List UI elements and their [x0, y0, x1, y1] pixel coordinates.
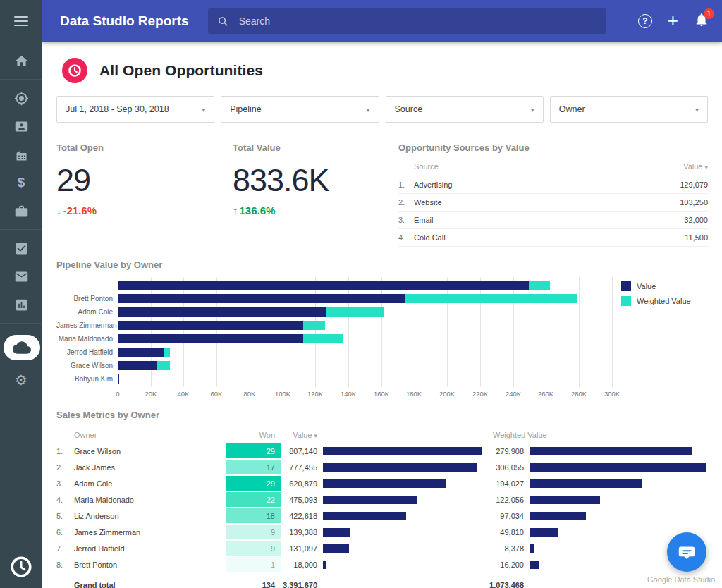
- column-header-weighted-value: Weighted Value: [483, 431, 708, 439]
- filter-bar: Jul 1, 2018 - Sep 30, 2018 ▾ Pipeline ▾ …: [42, 94, 722, 123]
- table-row: 6. James Zimmerman 9 139,388 49,810: [56, 524, 708, 540]
- axis-label: Maria Maldonado: [56, 332, 118, 345]
- value-cell: 131,097: [281, 544, 317, 553]
- sidebar-item-deals[interactable]: $: [0, 169, 42, 197]
- kpi-value: 833.6K: [233, 164, 398, 196]
- value-bar-cell: [317, 528, 483, 537]
- sidebar-item-location[interactable]: [0, 84, 42, 112]
- table-row: 3. Email 32,000: [398, 212, 708, 229]
- grand-total-weighted: 1,073,468: [483, 581, 524, 588]
- legend-item: Weighted Value: [621, 296, 691, 306]
- checkbox-icon: [14, 241, 29, 256]
- column-header-owner: Owner: [74, 431, 226, 439]
- value-bar: [118, 334, 303, 343]
- chat-button[interactable]: [667, 532, 706, 572]
- mail-icon: [14, 269, 29, 284]
- value-bar-cell: [317, 544, 483, 553]
- weighted-value-bar: [530, 463, 706, 472]
- weighted-value-bar: [530, 561, 539, 569]
- hamburger-menu-icon[interactable]: [0, 0, 42, 42]
- help-button[interactable]: ?: [638, 14, 652, 28]
- value-bar: [118, 281, 529, 290]
- weighted-value-bar: [530, 496, 600, 504]
- owner-filter[interactable]: Owner ▾: [550, 96, 708, 123]
- chat-bubble-icon: [676, 541, 697, 563]
- sidebar-item-tasks[interactable]: [0, 234, 42, 262]
- chevron-down-icon: ▾: [202, 106, 205, 114]
- axis-label: Grace Wilson: [56, 359, 118, 372]
- row-index: 8.: [56, 561, 74, 569]
- sidebar-item-settings[interactable]: ⚙: [0, 366, 42, 394]
- chart-legend: Value Weighted Value: [621, 281, 691, 311]
- bar-row: [118, 372, 613, 386]
- won-heatmap-cell: 22: [226, 492, 281, 507]
- sidebar-item-projects[interactable]: [0, 197, 42, 225]
- search-bar[interactable]: [208, 8, 606, 34]
- search-icon: [217, 16, 229, 27]
- column-header-source: Source: [414, 162, 683, 171]
- filter-label: Pipeline: [230, 104, 261, 114]
- bar-row: [118, 332, 613, 345]
- date-range-filter[interactable]: Jul 1, 2018 - Sep 30, 2018 ▾: [56, 96, 214, 123]
- delta-value: 136.6%: [240, 204, 276, 216]
- value-bar-cell: [317, 496, 483, 504]
- kpi-delta-positive: ↑ 136.6%: [233, 204, 398, 216]
- axis-tick: 200K: [439, 390, 455, 398]
- axis-tick: 40K: [178, 390, 190, 398]
- sort-caret-icon: ▾: [314, 432, 317, 439]
- chart-title: Pipeline Value by Owner: [42, 250, 722, 277]
- table-row: 4. Cold Call 11,500: [398, 229, 708, 247]
- sidebar-group-apps: ⚙: [0, 323, 42, 398]
- column-header-value-sort[interactable]: Value▾: [683, 162, 708, 171]
- topbar-actions: ? + 1: [638, 12, 709, 30]
- value-cell: 777,455: [281, 463, 317, 472]
- weighted-value-bar: [157, 361, 171, 370]
- weighted-value-bar: [530, 528, 558, 537]
- value-cell: 129,079: [680, 180, 708, 189]
- value-cell: 475,093: [281, 496, 317, 504]
- row-index: 6.: [56, 528, 74, 537]
- column-header-value-sort[interactable]: Value▾: [281, 431, 317, 439]
- column-header-won: Won: [226, 431, 281, 439]
- filter-label: Jul 1, 2018 - Sep 30, 2018: [66, 104, 169, 114]
- sidebar-item-companies[interactable]: [0, 140, 42, 169]
- weighted-value-bar: [326, 307, 384, 317]
- sidebar-item-cloud-active[interactable]: [4, 335, 40, 360]
- sidebar-item-reports[interactable]: [0, 290, 42, 319]
- axis-tick: 20K: [145, 390, 157, 398]
- sidebar-item-mail[interactable]: [0, 262, 42, 290]
- add-button[interactable]: +: [668, 11, 678, 30]
- weighted-value-bar: [530, 447, 692, 455]
- table-title: Opportunity Sources by Value: [398, 142, 708, 153]
- axis-tick: 60K: [211, 390, 223, 398]
- search-input[interactable]: [239, 16, 597, 27]
- value-bar-cell: [317, 463, 483, 472]
- weighted-value-cell: 49,810: [483, 528, 524, 537]
- value-cell: 620,879: [281, 479, 317, 488]
- pipeline-filter[interactable]: Pipeline ▾: [221, 96, 379, 123]
- row-index: 1.: [398, 180, 414, 189]
- gear-icon: ⚙: [15, 373, 27, 387]
- notifications-button[interactable]: 1: [694, 12, 709, 30]
- weighted-value-bar: [303, 334, 343, 343]
- table-row: 1. Grace Wilson 29 807,140 279,908: [56, 443, 708, 459]
- value-bar-cell: [317, 512, 483, 520]
- table-row: 1. Advertising 129,079: [398, 176, 708, 194]
- table-row: 2. Jack James 17 777,455 306,055: [56, 459, 708, 475]
- won-heatmap-cell: 9: [226, 541, 281, 556]
- axis-tick: 100K: [275, 390, 290, 398]
- sidebar-item-home[interactable]: [0, 47, 42, 75]
- sidebar-item-contacts[interactable]: [0, 112, 42, 140]
- arrow-up-icon: ↑: [233, 204, 238, 216]
- value-cell: 422,618: [281, 512, 317, 520]
- source-cell: Email: [414, 216, 684, 224]
- source-filter[interactable]: Source ▾: [386, 96, 544, 123]
- building-icon: [14, 147, 29, 162]
- bar-row: [118, 345, 613, 359]
- owner-cell: Liz Anderson: [74, 512, 226, 520]
- axis-tick: 240K: [506, 390, 521, 398]
- axis-label: James Zimmerman: [56, 319, 118, 332]
- value-bar: [323, 528, 350, 537]
- table-row: 7. Jerrod Hatfield 9 131,097 8,378: [56, 540, 708, 556]
- source-cell: Website: [414, 198, 680, 207]
